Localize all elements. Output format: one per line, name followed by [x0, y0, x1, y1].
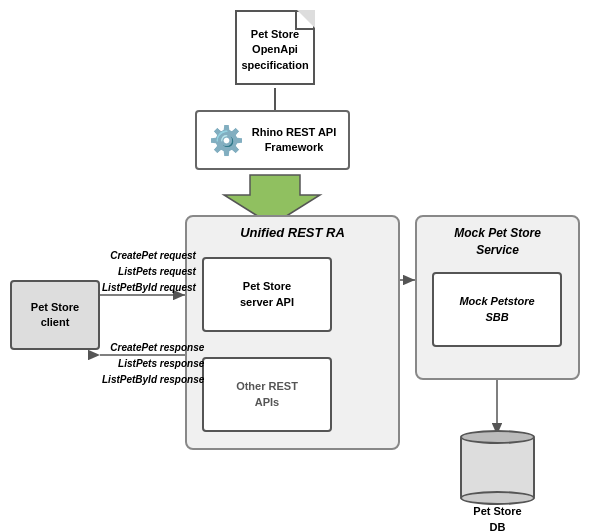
petstore-client-box: Pet Storeclient	[10, 280, 100, 350]
list-pet-by-id-response: ListPetById response	[102, 372, 204, 388]
other-rest-apis-label: Other RESTAPIs	[236, 379, 298, 410]
other-rest-apis-box: Other RESTAPIs	[202, 357, 332, 432]
mock-petstore-service-box: Mock Pet Store Service Mock PetstoreSBB	[415, 215, 580, 380]
db-cylinder	[460, 435, 535, 500]
list-pets-response: ListPets response	[102, 356, 204, 372]
rhino-framework-box: ⚙️ Rhino REST API Framework	[195, 110, 350, 170]
unified-rest-ra-title: Unified REST RA	[187, 225, 398, 240]
mock-petstore-sbb-label: Mock PetstoreSBB	[459, 294, 534, 325]
mock-petstore-service-title: Mock Pet Store Service	[417, 225, 578, 259]
unified-rest-ra-box: Unified REST RA Pet Storeserver API Othe…	[185, 215, 400, 450]
create-pet-request: CreatePet request	[102, 248, 196, 264]
list-pet-by-id-request: ListPetById request	[102, 280, 196, 296]
diagram: Pet Store OpenApi specification ⚙️ Rhino…	[0, 0, 606, 531]
openapi-spec-doc: Pet Store OpenApi specification	[230, 10, 320, 90]
request-labels: CreatePet request ListPets request ListP…	[102, 248, 196, 296]
list-pets-request: ListPets request	[102, 264, 196, 280]
doc-label: Pet Store OpenApi specification	[237, 27, 313, 73]
mock-petstore-sbb-box: Mock PetstoreSBB	[432, 272, 562, 347]
rhino-icon: ⚙️	[209, 124, 244, 157]
response-labels: CreatePet response ListPets response Lis…	[102, 340, 204, 388]
db-bottom	[460, 491, 535, 505]
rhino-label: Rhino REST API Framework	[252, 125, 337, 156]
db-top	[460, 430, 535, 444]
petstore-db-shape: Pet Store DB	[460, 435, 535, 510]
petstore-client-label: Pet Storeclient	[31, 300, 79, 331]
db-label: Pet Store DB	[460, 504, 535, 531]
create-pet-response: CreatePet response	[102, 340, 204, 356]
petstore-server-api-label: Pet Storeserver API	[240, 279, 294, 310]
petstore-server-api-box: Pet Storeserver API	[202, 257, 332, 332]
